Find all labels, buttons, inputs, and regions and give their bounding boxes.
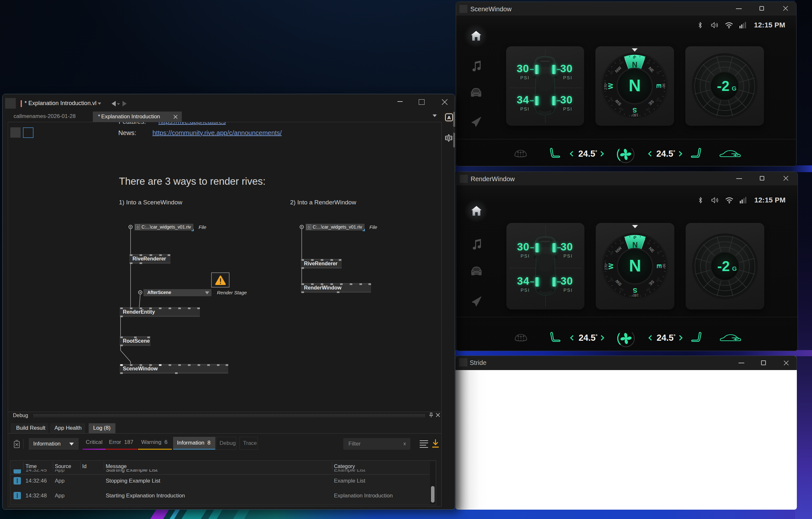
svg-text:90°: 90° [662, 264, 666, 269]
svg-text:180°: 180° [631, 113, 639, 117]
svg-text:S: S [633, 107, 637, 114]
svg-text:-2: -2 [717, 78, 729, 94]
svg-text:0°: 0° [633, 236, 637, 239]
svg-text:E: E [656, 264, 663, 268]
svg-text:N: N [629, 256, 641, 275]
svg-text:270°: 270° [604, 263, 608, 270]
svg-text:S: S [633, 287, 637, 294]
svg-text:90°: 90° [662, 84, 666, 89]
svg-text:180°: 180° [632, 293, 639, 297]
svg-text:W: W [607, 83, 614, 89]
svg-text:G: G [732, 265, 737, 272]
svg-text:E: E [655, 84, 662, 88]
svg-text:-2: -2 [717, 258, 730, 274]
svg-text:0°: 0° [633, 55, 637, 59]
svg-text:N: N [629, 76, 641, 95]
svg-text:G: G [732, 85, 736, 92]
svg-text:270°: 270° [604, 83, 608, 90]
svg-text:W: W [607, 263, 614, 269]
